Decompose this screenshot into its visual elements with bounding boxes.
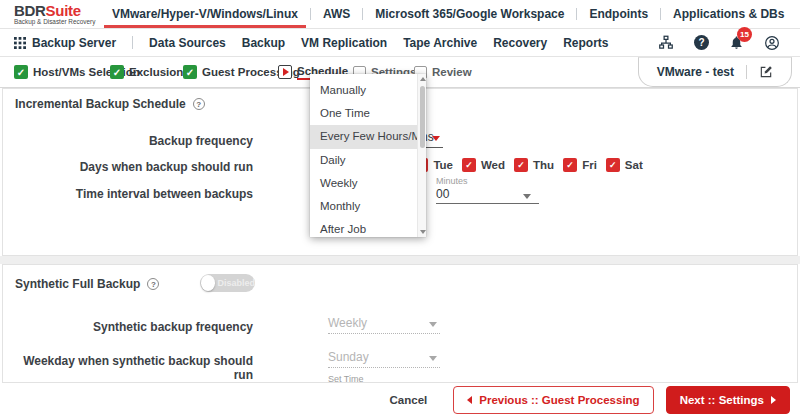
synthetic-full-backup-section: Synthetic Full Backup Disabled Synthetic… — [2, 264, 798, 383]
previous-button-label: Previous :: Guest Processing — [479, 394, 639, 406]
top-header: BDRSuite Backup & Disaster Recovery VMwa… — [0, 0, 800, 29]
checked-checkbox-icon — [110, 65, 124, 79]
synthetic-frequency-value: Weekly — [328, 316, 367, 333]
chevron-down-icon — [429, 322, 437, 327]
checked-checkbox-icon — [183, 65, 197, 79]
day-checkbox-sat[interactable]: Sat — [606, 158, 643, 172]
section-heading: Synthetic Full Backup — [15, 277, 159, 291]
dropdown-option-weekly[interactable]: Weekly — [310, 172, 417, 195]
nav-tape-archive[interactable]: Tape Archive — [403, 36, 477, 50]
dropdown-option-after-job[interactable]: After Job — [310, 218, 417, 237]
dropdown-option-daily[interactable]: Daily — [310, 149, 417, 172]
time-interval-label: Time interval between backups — [3, 187, 253, 201]
step-label: Exclusions — [129, 66, 190, 78]
frequency-dropdown-menu: Manually One Time Every Few Hours/Mins D… — [310, 74, 426, 237]
divider — [746, 65, 747, 79]
next-button-label: Next :: Settings — [680, 394, 764, 406]
sitemap-icon[interactable] — [658, 35, 674, 50]
day-checkbox-thu[interactable]: Thu — [514, 158, 554, 172]
nav-backup-server[interactable]: Backup Server — [14, 36, 116, 50]
chevron-down-icon — [432, 136, 440, 141]
synthetic-section-title: Synthetic Full Backup — [15, 277, 140, 291]
nav-separator — [132, 36, 133, 49]
scrollbar-thumb[interactable] — [420, 86, 425, 148]
play-step-icon — [278, 65, 292, 79]
minutes-value: 00 — [436, 187, 449, 201]
nav-recovery[interactable]: Recovery — [493, 36, 547, 50]
step-label: Review — [432, 66, 472, 78]
main-nav-bar: Backup Server Data Sources Backup VM Rep… — [0, 29, 800, 57]
arrow-left-icon — [467, 396, 472, 404]
toggle-label: Disabled — [217, 278, 255, 288]
scroll-up-icon[interactable] — [420, 77, 426, 81]
toggle-knob — [201, 275, 215, 291]
next-button[interactable]: Next :: Settings — [666, 386, 790, 414]
checked-checkbox-icon — [462, 158, 476, 172]
chevron-down-icon — [429, 356, 437, 361]
product-nav-vmware[interactable]: VMware/Hyper-V/Windows/Linux — [100, 0, 310, 28]
bdrsuite-logo: BDRSuite Backup & Disaster Recovery — [14, 3, 100, 25]
job-name-tab: VMware - test — [638, 57, 792, 87]
synthetic-weekday-value: Sunday — [328, 350, 369, 367]
product-nav-endpoints[interactable]: Endpoints — [577, 0, 660, 28]
dropdown-option-every-few-hours[interactable]: Every Few Hours/Mins — [310, 125, 417, 148]
nav-reports[interactable]: Reports — [563, 36, 608, 50]
scroll-down-icon[interactable] — [420, 230, 426, 234]
help-circle-icon[interactable] — [193, 98, 205, 110]
synthetic-frequency-label: Synthetic backup frequency — [3, 320, 253, 334]
help-icon[interactable]: ? — [694, 35, 709, 50]
notifications-bell-icon[interactable]: 15 — [729, 35, 744, 50]
minutes-floating-label: Minutes — [436, 176, 539, 186]
product-nav-apps-dbs[interactable]: Applications & DBs — [661, 0, 796, 28]
nav-data-sources[interactable]: Data Sources — [149, 36, 226, 50]
action-bar: Cancel Previous :: Guest Processing Next… — [0, 383, 800, 417]
edit-job-icon[interactable] — [759, 65, 773, 79]
checked-checkbox-icon — [606, 158, 620, 172]
step-exclusions[interactable]: Exclusions — [110, 57, 190, 87]
cancel-button[interactable]: Cancel — [390, 394, 428, 406]
checked-checkbox-icon — [563, 158, 577, 172]
set-time-label: Set Time — [328, 374, 364, 383]
incremental-section-title: Incremental Backup Schedule — [15, 97, 186, 111]
logo-text-bold: BDR — [14, 2, 46, 19]
job-name: VMware - test — [657, 65, 734, 79]
synthetic-frequency-select: Weekly — [328, 317, 440, 334]
nav-backup[interactable]: Backup — [242, 36, 285, 50]
dropdown-scrollbar[interactable] — [417, 74, 426, 237]
checked-checkbox-icon — [14, 65, 28, 79]
synthetic-toggle-disabled[interactable]: Disabled — [200, 274, 255, 292]
nav-vm-replication[interactable]: VM Replication — [301, 36, 387, 50]
day-checkbox-wed[interactable]: Wed — [462, 158, 505, 172]
minutes-select[interactable]: Minutes 00 — [436, 176, 539, 204]
synthetic-weekday-label: Weekday when synthetic backup should run — [3, 354, 253, 382]
product-nav: VMware/Hyper-V/Windows/Linux AWS Microso… — [100, 0, 796, 28]
question-mark-glyph: ? — [694, 35, 709, 50]
notification-count-badge: 15 — [737, 27, 752, 42]
grid-icon — [14, 37, 26, 49]
logo-text-accent: Suite — [46, 2, 81, 19]
product-nav-aws[interactable]: AWS — [311, 0, 362, 28]
checked-checkbox-icon — [514, 158, 528, 172]
dropdown-option-one-time[interactable]: One Time — [310, 102, 417, 125]
section-divider — [0, 256, 800, 264]
day-checkbox-fri[interactable]: Fri — [563, 158, 597, 172]
dropdown-option-monthly[interactable]: Monthly — [310, 195, 417, 218]
chevron-down-icon — [523, 194, 531, 199]
synthetic-weekday-select: Sunday — [328, 351, 440, 368]
arrow-right-icon — [771, 396, 776, 404]
backup-days-label: Days when backup should run — [3, 160, 253, 174]
logo-tagline: Backup & Disaster Recovery — [14, 19, 100, 25]
previous-button[interactable]: Previous :: Guest Processing — [453, 386, 653, 414]
user-account-icon[interactable] — [764, 35, 780, 51]
product-nav-m365[interactable]: Microsoft 365/Google Workspace — [363, 0, 576, 28]
dropdown-option-manually[interactable]: Manually — [310, 79, 417, 102]
section-heading: Incremental Backup Schedule — [15, 97, 205, 111]
nav-backup-server-label: Backup Server — [32, 36, 116, 50]
backup-frequency-label: Backup frequency — [3, 134, 253, 148]
help-circle-icon[interactable] — [147, 278, 159, 290]
